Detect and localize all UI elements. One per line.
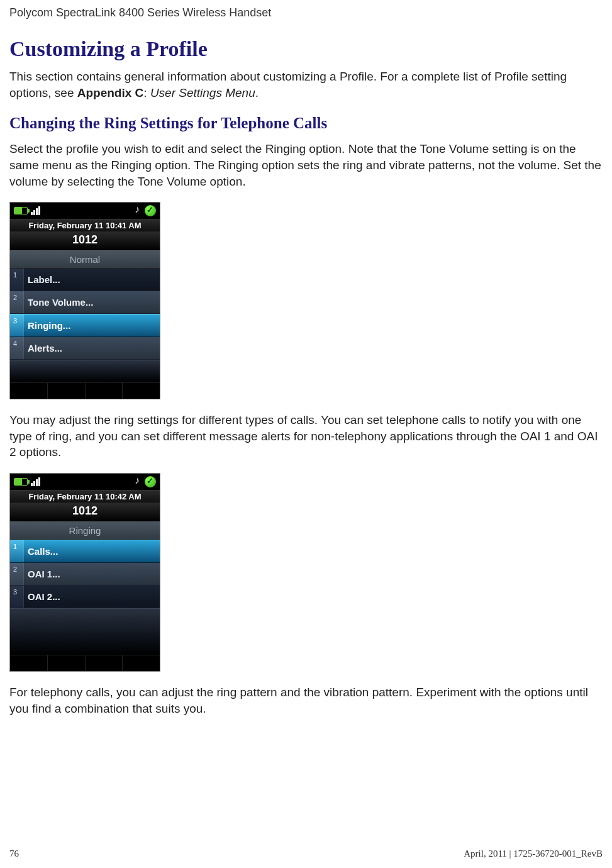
- phone-ok-icon: [145, 205, 156, 216]
- menu-item[interactable]: 1Label...: [10, 269, 160, 291]
- menu-item-label: Label...: [24, 269, 160, 291]
- menu-item-label: Ringing...: [24, 314, 160, 337]
- status-right: [135, 205, 156, 216]
- status-bar: [10, 474, 160, 490]
- menu-item-number: 2: [10, 563, 24, 585]
- menu-item[interactable]: 4Alerts...: [10, 337, 160, 360]
- intro-paragraph: This section contains general informatio…: [0, 65, 612, 104]
- phone-spacer: [10, 360, 160, 382]
- signal-icon: [31, 477, 40, 486]
- menu-item-number: 3: [10, 314, 24, 337]
- paragraph-3: For telephony calls, you can adjust the …: [0, 681, 612, 720]
- menu-item-label: Calls...: [24, 540, 160, 562]
- menu-list-1: 1Label...2Tone Volume...3Ringing...4Aler…: [10, 269, 160, 360]
- phone-spacer: [10, 608, 160, 655]
- softkey-bar: [10, 655, 160, 671]
- phone-screenshot-normal: Friday, February 11 10:41 AM 1012 Normal…: [9, 202, 160, 399]
- extension-line: 1012: [10, 231, 160, 250]
- screen-title: Ringing: [10, 521, 160, 540]
- phone-screenshot-ringing: Friday, February 11 10:42 AM 1012 Ringin…: [9, 473, 160, 672]
- menu-item-label: Alerts...: [24, 337, 160, 359]
- menu-item[interactable]: 2OAI 1...: [10, 563, 160, 586]
- signal-icon: [31, 206, 40, 215]
- heading-changing-ring-settings: Changing the Ring Settings for Telephone…: [0, 104, 612, 137]
- menu-item-number: 3: [10, 586, 24, 608]
- page-header: Polycom SpectraLink 8400 Series Wireless…: [0, 6, 612, 26]
- menu-item-label: Tone Volume...: [24, 291, 160, 313]
- screen-title: Normal: [10, 250, 160, 269]
- menu-item-number: 1: [10, 540, 24, 562]
- intro-user-settings-em: User Settings Menu: [150, 86, 255, 99]
- menu-item[interactable]: 3Ringing...: [10, 314, 160, 337]
- date-line: Friday, February 11 10:42 AM: [10, 490, 160, 503]
- music-note-icon: [135, 205, 141, 215]
- menu-item[interactable]: 3OAI 2...: [10, 586, 160, 608]
- status-left: [14, 206, 40, 215]
- footer-right: April, 2011 | 1725-36720-001_RevB: [464, 849, 603, 859]
- phone-ok-icon: [145, 476, 156, 487]
- intro-text-post: .: [255, 86, 259, 99]
- menu-list-2: 1Calls...2OAI 1...3OAI 2...: [10, 540, 160, 608]
- battery-icon: [14, 478, 28, 486]
- heading-customizing-profile: Customizing a Profile: [0, 26, 612, 65]
- menu-item[interactable]: 2Tone Volume...: [10, 291, 160, 314]
- page-footer: 76 April, 2011 | 1725-36720-001_RevB: [0, 849, 612, 859]
- battery-icon: [14, 207, 28, 214]
- menu-item-number: 4: [10, 337, 24, 359]
- intro-appendix-bold: Appendix C: [77, 86, 144, 99]
- softkey-bar: [10, 382, 160, 399]
- music-note-icon: [135, 476, 141, 486]
- menu-item-number: 1: [10, 269, 24, 291]
- paragraph-1: Select the profile you wish to edit and …: [0, 137, 612, 193]
- status-bar: [10, 203, 160, 219]
- menu-item-label: OAI 2...: [24, 586, 160, 608]
- extension-line: 1012: [10, 503, 160, 521]
- paragraph-2: You may adjust the ring settings for dif…: [0, 408, 612, 464]
- menu-item[interactable]: 1Calls...: [10, 540, 160, 563]
- date-line: Friday, February 11 10:41 AM: [10, 219, 160, 231]
- status-left: [14, 477, 40, 486]
- menu-item-number: 2: [10, 291, 24, 313]
- intro-text-mid: :: [143, 86, 150, 99]
- menu-item-label: OAI 1...: [24, 563, 160, 585]
- page-number: 76: [9, 849, 19, 859]
- status-right: [135, 476, 156, 487]
